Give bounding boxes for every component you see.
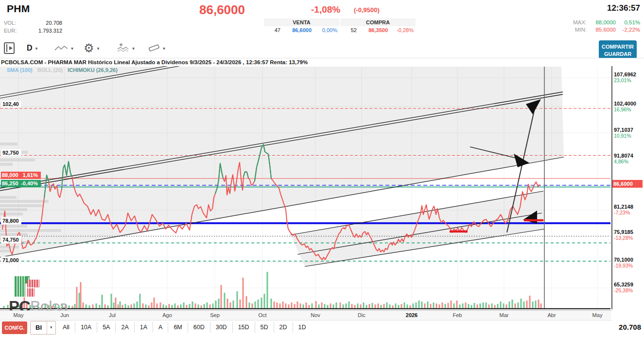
current-price-badge: 86,6000 bbox=[612, 180, 643, 188]
volume-bar bbox=[372, 303, 373, 308]
chart-type-selector[interactable]: ▾ bbox=[54, 41, 73, 55]
max-label: MAX: bbox=[573, 19, 587, 25]
volume-bar bbox=[381, 305, 382, 308]
period-button[interactable]: 6M bbox=[168, 322, 188, 333]
interval-value: D bbox=[27, 44, 33, 53]
last-price: 86,6000 bbox=[199, 2, 245, 18]
legend-item[interactable]: SMA (100) bbox=[7, 67, 33, 73]
add-indicator-icon bbox=[117, 43, 129, 53]
add-indicator-button[interactable]: ▾ bbox=[117, 41, 135, 55]
vol-value: 20.708 bbox=[20, 20, 62, 26]
change-percent: -1,08% bbox=[311, 4, 340, 15]
axis-price-percent-label: 65,3259-25,38% bbox=[614, 282, 633, 293]
volume-bar bbox=[395, 303, 397, 308]
period-button[interactable]: All bbox=[57, 322, 75, 333]
legend-item[interactable]: BOLL (20) bbox=[37, 67, 63, 73]
volume-bar bbox=[172, 305, 173, 308]
volume-bar bbox=[354, 305, 356, 308]
volume-bar bbox=[271, 299, 272, 308]
volume-bar bbox=[249, 302, 250, 308]
line-chart-icon bbox=[54, 45, 68, 52]
clock: 12:36:57 bbox=[607, 3, 640, 13]
config-button[interactable]: CONFG. bbox=[2, 321, 27, 334]
period-button[interactable]: 5D bbox=[255, 322, 274, 333]
volume-bar bbox=[261, 298, 262, 308]
volume-profile-bar bbox=[0, 225, 27, 228]
month-label: Oct bbox=[258, 312, 266, 318]
volume-bar bbox=[303, 304, 304, 308]
volume-bar bbox=[230, 302, 231, 308]
period-button[interactable]: 10A bbox=[75, 322, 97, 333]
alert-level-badge: 88,0001,61% bbox=[1, 172, 41, 179]
month-label: Dic bbox=[358, 312, 366, 318]
volume-bar bbox=[315, 301, 317, 308]
price-chart-canvas[interactable] bbox=[0, 66, 611, 309]
period-button[interactable]: 2D bbox=[274, 322, 293, 333]
volume-bar bbox=[177, 305, 179, 308]
period-button[interactable]: 1A bbox=[135, 322, 153, 333]
volume-bar bbox=[215, 301, 217, 308]
month-label: Abr bbox=[547, 312, 556, 318]
volume-bar bbox=[509, 302, 510, 308]
period-button[interactable]: 30D bbox=[210, 322, 233, 333]
volume-bar bbox=[115, 298, 117, 308]
mode-value: BI bbox=[31, 321, 47, 334]
volume-bar bbox=[277, 302, 278, 308]
volume-bar bbox=[357, 303, 359, 308]
month-label: Mar bbox=[500, 312, 509, 318]
volume-bar bbox=[294, 304, 296, 308]
axis-price-percent-label: 81,2148-7,23% bbox=[614, 204, 633, 215]
volume-bar bbox=[192, 302, 193, 308]
volume-bar bbox=[204, 304, 205, 308]
interval-selector[interactable]: D ▾ bbox=[27, 41, 38, 55]
volume-bar bbox=[255, 302, 256, 308]
volume-profile-bar bbox=[0, 196, 17, 199]
volume-bar bbox=[497, 304, 499, 308]
compra-block: COMPRA 52 86,3500 -0,28% bbox=[340, 18, 416, 34]
maxmin-block: MAX: 88,0000 0,51% MIN: 85,6000 -2,22% bbox=[573, 19, 640, 34]
period-button[interactable]: 5A bbox=[97, 322, 116, 333]
mode-selector[interactable]: BI ▾ bbox=[30, 321, 56, 335]
chart-toolbar: D ▾ ▾ ⚙ ▾ ▾ ▾ bbox=[0, 40, 644, 58]
volume-bar bbox=[76, 287, 78, 308]
volume-profile-bar bbox=[0, 249, 10, 252]
settings-button[interactable]: ⚙ ▾ bbox=[84, 41, 100, 55]
volume-bar bbox=[535, 301, 537, 308]
panel-toggle-button[interactable] bbox=[4, 41, 15, 55]
trading-app: PHM 86,6000 -1,08% (-0,9500) 12:36:57 VO… bbox=[0, 0, 644, 337]
volume-bar bbox=[471, 305, 472, 308]
share-save-button[interactable]: COMPARTIR GUARDAR bbox=[599, 40, 637, 59]
volume-bar bbox=[125, 304, 126, 308]
volume-bar bbox=[107, 305, 109, 308]
chevron-down-icon: ▾ bbox=[97, 46, 100, 51]
volume-bar bbox=[145, 304, 147, 308]
month-label: May bbox=[14, 312, 24, 318]
volume-bar bbox=[366, 305, 367, 308]
axis-price-label: 74,750 bbox=[1, 236, 21, 244]
volume-bar bbox=[529, 296, 531, 308]
volume-bar bbox=[120, 302, 121, 308]
legend-item[interactable]: ICHIMOKU (26,9,26) bbox=[68, 67, 118, 73]
period-button[interactable]: A bbox=[153, 322, 168, 333]
volume-profile-bar bbox=[0, 163, 13, 166]
volume-bar bbox=[151, 302, 153, 308]
panel-toggle-icon bbox=[4, 42, 15, 54]
period-button[interactable]: 60D bbox=[188, 322, 210, 333]
volume-bar bbox=[336, 302, 337, 308]
volume-bar bbox=[186, 305, 188, 308]
volume-bar bbox=[421, 302, 423, 308]
volume-bar bbox=[89, 305, 90, 308]
period-button[interactable]: 1D bbox=[293, 322, 312, 333]
volume-bar bbox=[453, 303, 455, 308]
volume-bar bbox=[427, 302, 429, 308]
volume-bar bbox=[445, 304, 446, 308]
volume-bar bbox=[195, 303, 196, 308]
axis-price-percent-label: 97,103710,91% bbox=[614, 127, 633, 139]
period-button[interactable]: 15D bbox=[233, 322, 255, 333]
draw-tools-button[interactable]: ▾ bbox=[147, 41, 165, 55]
volume-bar bbox=[360, 304, 362, 308]
period-button[interactable]: 2A bbox=[116, 322, 134, 333]
volume-bar bbox=[252, 303, 253, 308]
chart-area[interactable]: PCBOLSA.COM - PHARMA MAR Histórico Linea… bbox=[0, 58, 644, 320]
volume-bar bbox=[118, 304, 119, 308]
